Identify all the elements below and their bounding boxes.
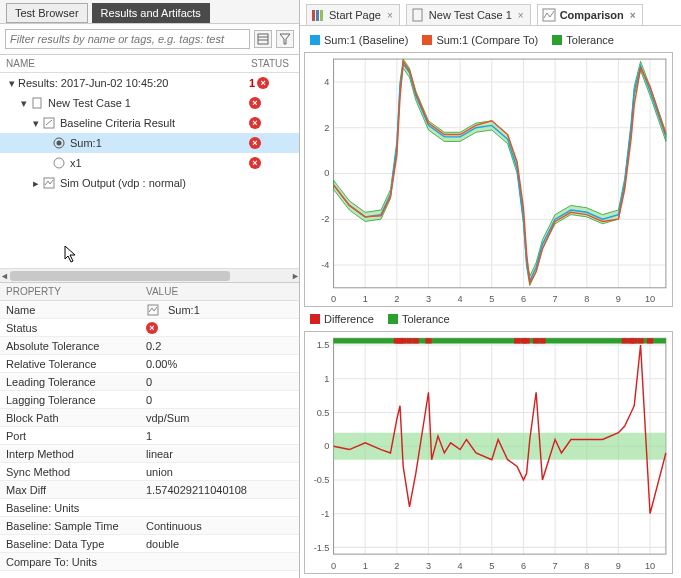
svg-text:-1: -1 [321, 509, 329, 519]
prop-value: 1 [140, 429, 299, 443]
tab-test-browser[interactable]: Test Browser [6, 3, 88, 23]
filter-row [0, 23, 299, 55]
prop-value: 0.00% [140, 357, 299, 371]
close-icon[interactable]: × [628, 10, 638, 21]
properties-table: Name Sum:1 Status × Absolute Tolerance0.… [0, 301, 299, 578]
filter-button[interactable] [276, 30, 294, 48]
close-icon[interactable]: × [516, 10, 526, 21]
svg-text:1: 1 [363, 561, 368, 571]
legend-label: Tolerance [566, 34, 614, 46]
top-legend: Sum:1 (Baseline) Sum:1 (Compare To) Tole… [304, 32, 673, 48]
tree-hscrollbar[interactable]: ◄ ► [0, 268, 299, 282]
svg-rect-86 [334, 433, 666, 460]
swatch-compare [422, 35, 432, 45]
close-icon[interactable]: × [385, 10, 395, 21]
swatch-baseline [310, 35, 320, 45]
scrollbar-thumb[interactable] [10, 271, 230, 281]
books-icon [311, 8, 325, 22]
svg-text:0: 0 [324, 441, 329, 451]
svg-point-7 [57, 141, 62, 146]
svg-text:3: 3 [426, 561, 431, 571]
svg-text:2: 2 [324, 123, 329, 133]
scroll-right-icon[interactable]: ► [291, 271, 299, 281]
header-value[interactable]: VALUE [140, 283, 299, 300]
svg-text:0: 0 [324, 168, 329, 178]
svg-text:4: 4 [324, 77, 329, 87]
prop-value: 0 [140, 375, 299, 389]
tree-label: Sim Output (vdp : normal) [60, 177, 249, 189]
svg-text:-4: -4 [321, 260, 329, 270]
svg-text:7: 7 [553, 561, 558, 571]
svg-rect-92 [413, 338, 419, 343]
prop-row: Baseline: Sample TimeContinuous [0, 517, 299, 535]
prop-row: Relative Tolerance0.00% [0, 355, 299, 373]
svg-rect-90 [400, 338, 406, 343]
difference-plot[interactable]: 012345678910-1.5-1-0.500.511.5 [304, 331, 673, 574]
column-options-button[interactable] [254, 30, 272, 48]
tree-header-name[interactable]: NAME [0, 55, 249, 72]
legend-label: Sum:1 (Compare To) [436, 34, 538, 46]
svg-text:2: 2 [394, 294, 399, 304]
fail-icon: × [249, 97, 261, 109]
svg-rect-3 [33, 98, 41, 108]
tab-label: Start Page [329, 9, 381, 21]
swatch-tolerance [388, 314, 398, 324]
prop-row: Sync Methodunion [0, 463, 299, 481]
tree-label: x1 [70, 157, 249, 169]
svg-text:0: 0 [331, 294, 336, 304]
radio-icon [52, 156, 66, 170]
tree-signal-sum1[interactable]: Sum:1 × [0, 133, 299, 153]
svg-text:0.5: 0.5 [317, 408, 330, 418]
svg-rect-94 [514, 338, 520, 343]
radio-selected-icon [52, 136, 66, 150]
svg-text:-2: -2 [321, 214, 329, 224]
list-icon [257, 33, 269, 45]
tab-new-test-case[interactable]: New Test Case 1 × [406, 4, 531, 25]
svg-text:3: 3 [426, 294, 431, 304]
tree-testcase[interactable]: ▾ New Test Case 1 × [0, 93, 299, 113]
chevron-down-icon[interactable]: ▾ [6, 77, 18, 90]
svg-line-5 [46, 120, 52, 125]
tree-header: NAME STATUS [0, 55, 299, 73]
svg-text:-1.5: -1.5 [314, 542, 330, 552]
tree-sim-output[interactable]: ▸ Sim Output (vdp : normal) [0, 173, 299, 193]
svg-text:5: 5 [489, 561, 494, 571]
svg-text:1: 1 [363, 294, 368, 304]
prop-row: Leading Tolerance0 [0, 373, 299, 391]
svg-text:6: 6 [521, 561, 526, 571]
prop-row-status: Status × [0, 319, 299, 337]
tree-header-status[interactable]: STATUS [249, 55, 299, 72]
chevron-down-icon[interactable]: ▾ [30, 117, 42, 130]
svg-text:2: 2 [394, 561, 399, 571]
tab-comparison[interactable]: Comparison × [537, 4, 643, 25]
tree-baseline-result[interactable]: ▾ Baseline Criteria Result × [0, 113, 299, 133]
comparison-plot[interactable]: 012345678910-4-2024 [304, 52, 673, 307]
filter-input[interactable] [5, 29, 250, 49]
svg-rect-102 [638, 338, 644, 343]
tab-results-artifacts[interactable]: Results and Artifacts [92, 3, 210, 23]
prop-value: Continuous [140, 519, 299, 533]
bottom-legend: Difference Tolerance [304, 311, 673, 327]
svg-text:8: 8 [584, 294, 589, 304]
signal-plot-icon [146, 303, 160, 317]
prop-value: vdp/Sum [140, 411, 299, 425]
chevron-right-icon[interactable]: ▸ [30, 177, 42, 190]
legend-label: Tolerance [402, 313, 450, 325]
svg-rect-13 [320, 10, 323, 21]
svg-rect-91 [406, 338, 412, 343]
legend-label: Difference [324, 313, 374, 325]
svg-text:8: 8 [584, 561, 589, 571]
tree-signal-x1[interactable]: x1 × [0, 153, 299, 173]
tree-results-root[interactable]: ▾ Results: 2017-Jun-02 10:45:20 1× [0, 73, 299, 93]
svg-text:-0.5: -0.5 [314, 475, 330, 485]
scroll-left-icon[interactable]: ◄ [0, 271, 8, 281]
tab-start-page[interactable]: Start Page × [306, 4, 400, 25]
chevron-down-icon[interactable]: ▾ [18, 97, 30, 110]
signal-plot-icon [542, 8, 556, 22]
tree-label: Baseline Criteria Result [60, 117, 249, 129]
header-property[interactable]: PROPERTY [0, 283, 140, 300]
svg-rect-99 [622, 338, 628, 343]
svg-text:9: 9 [616, 294, 621, 304]
svg-text:6: 6 [521, 294, 526, 304]
results-tree: ▾ Results: 2017-Jun-02 10:45:20 1× ▾ New… [0, 73, 299, 268]
